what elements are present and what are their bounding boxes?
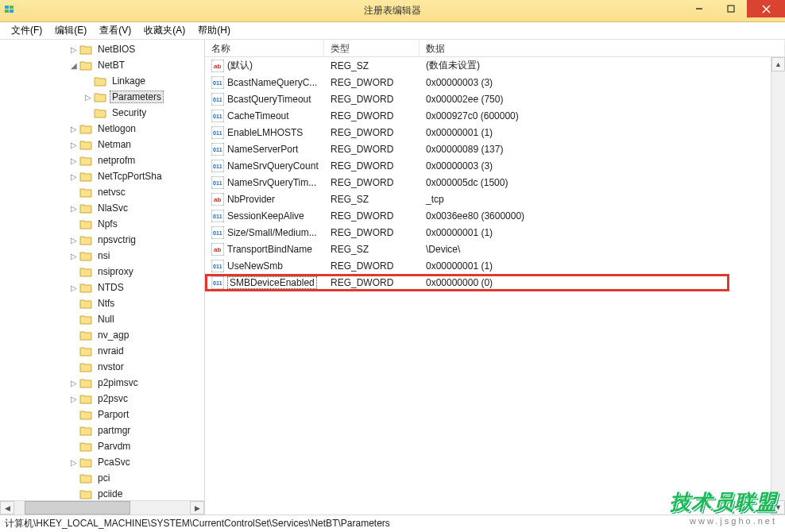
- expand-toggle-icon[interactable]: ▷: [68, 283, 79, 292]
- value-row[interactable]: CacheTimeoutREG_DWORD0x000927c0 (600000): [205, 107, 785, 124]
- tree-node-label[interactable]: Parport: [95, 408, 131, 421]
- expand-toggle-icon[interactable]: ▷: [68, 236, 79, 245]
- tree-node-label[interactable]: Security: [110, 106, 149, 119]
- expand-toggle-icon[interactable]: ▷: [68, 156, 79, 165]
- col-name[interactable]: 名称: [205, 40, 324, 56]
- tree-node-label[interactable]: nsiproxy: [95, 265, 136, 278]
- value-row[interactable]: TransportBindNameREG_SZ\Device\: [205, 241, 785, 257]
- menu-view[interactable]: 查看(V): [93, 22, 137, 39]
- tree-node[interactable]: ▷p2psvc: [0, 391, 204, 407]
- tree-node-label[interactable]: Null: [95, 313, 117, 326]
- tree-node-label[interactable]: Ntfs: [95, 297, 117, 310]
- value-row[interactable]: UseNewSmbREG_DWORD0x00000001 (1): [205, 257, 785, 274]
- tree-node-label[interactable]: netvsc: [95, 186, 128, 199]
- expand-toggle-icon[interactable]: ▷: [68, 125, 79, 133]
- tree-node[interactable]: ·Security: [0, 105, 204, 121]
- tree-node[interactable]: ·Npfs: [0, 216, 204, 232]
- value-row[interactable]: NameServerPortREG_DWORD0x00000089 (137): [205, 141, 785, 157]
- tree-node-label[interactable]: Parameters: [110, 91, 164, 103]
- tree-node[interactable]: ·Null: [0, 311, 204, 327]
- tree-node[interactable]: ▷Netman: [0, 137, 204, 152]
- tree-node[interactable]: ▷npsvctrig: [0, 232, 204, 248]
- tree-node-label[interactable]: Netman: [95, 138, 133, 151]
- tree-node[interactable]: ▷p2pimsvc: [0, 375, 204, 391]
- tree-node-label[interactable]: NlaSvc: [95, 202, 130, 214]
- tree-node[interactable]: ·Linkage: [0, 73, 204, 89]
- value-row[interactable]: BcastNameQueryC...REG_DWORD0x00000003 (3…: [205, 74, 785, 91]
- menu-favorites[interactable]: 收藏夹(A): [137, 22, 191, 39]
- tree-node-label[interactable]: p2psvc: [95, 392, 130, 405]
- tree-node-label[interactable]: PcaSvc: [95, 456, 133, 468]
- value-row[interactable]: BcastQueryTimeoutREG_DWORD0x000002ee (75…: [205, 91, 785, 107]
- tree-node[interactable]: ·nv_agp: [0, 327, 204, 343]
- tree-node-label[interactable]: Parvdm: [95, 440, 133, 453]
- tree-node[interactable]: ▷NlaSvc: [0, 200, 204, 216]
- registry-tree[interactable]: ▷NetBIOS◢NetBT·Linkage▷Parameters·Securi…: [0, 40, 204, 500]
- expand-toggle-icon[interactable]: ▷: [68, 252, 79, 260]
- tree-node[interactable]: ▷NTDS: [0, 279, 204, 295]
- list-vscrollbar[interactable]: ▲ ▼: [771, 57, 785, 515]
- tree-node[interactable]: ·Ntfs: [0, 295, 204, 311]
- tree-node[interactable]: ·Parport: [0, 407, 204, 422]
- tree-node[interactable]: ·netvsc: [0, 184, 204, 200]
- tree-node[interactable]: ▷Netlogon: [0, 121, 204, 137]
- value-row[interactable]: NbProviderREG_SZ_tcp: [205, 191, 785, 207]
- tree-node-label[interactable]: NetBT: [95, 59, 127, 71]
- tree-node-label[interactable]: Npfs: [95, 218, 120, 230]
- tree-node-label[interactable]: nvraid: [95, 345, 126, 357]
- tree-node[interactable]: ▷PcaSvc: [0, 454, 204, 470]
- tree-node-label[interactable]: npsvctrig: [95, 233, 138, 246]
- col-type[interactable]: 类型: [324, 40, 420, 56]
- tree-node-label[interactable]: NTDS: [95, 281, 126, 294]
- value-row[interactable]: EnableLMHOSTSREG_DWORD0x00000001 (1): [205, 124, 785, 141]
- tree-node-label[interactable]: Linkage: [110, 75, 148, 87]
- tree-node[interactable]: ·pci: [0, 470, 204, 486]
- value-row[interactable]: (默认)REG_SZ(数值未设置): [205, 57, 785, 74]
- tree-node[interactable]: ▷NetBIOS: [0, 41, 204, 57]
- tree-node[interactable]: ·nvstor: [0, 359, 204, 375]
- tree-node[interactable]: ·nvraid: [0, 343, 204, 359]
- scroll-up-icon[interactable]: ▲: [771, 57, 785, 71]
- close-button[interactable]: [747, 0, 785, 17]
- tree-node[interactable]: ▷NetTcpPortSha: [0, 168, 204, 184]
- menu-file[interactable]: 文件(F): [5, 22, 48, 39]
- value-row[interactable]: Size/Small/Medium...REG_DWORD0x00000001 …: [205, 224, 785, 241]
- value-row[interactable]: NameSrvQueryTim...REG_DWORD0x000005dc (1…: [205, 174, 785, 191]
- scroll-left-icon[interactable]: ◀: [0, 501, 14, 515]
- maximize-button[interactable]: [715, 0, 747, 17]
- expand-toggle-icon[interactable]: ▷: [68, 395, 79, 403]
- expand-toggle-icon[interactable]: ▷: [68, 141, 79, 149]
- scroll-right-icon[interactable]: ▶: [190, 501, 204, 515]
- expand-toggle-icon[interactable]: ▷: [68, 172, 79, 181]
- scroll-thumb[interactable]: [25, 501, 130, 515]
- tree-node-label[interactable]: NetBIOS: [95, 43, 137, 56]
- expand-toggle-icon[interactable]: ▷: [83, 93, 94, 102]
- tree-node-label[interactable]: partmgr: [95, 424, 133, 437]
- tree-node-label[interactable]: NetTcpPortSha: [95, 170, 164, 183]
- tree-node-label[interactable]: pciide: [95, 488, 125, 500]
- tree-node[interactable]: ▷netprofm: [0, 152, 204, 168]
- tree-node-label[interactable]: nsi: [95, 249, 112, 262]
- value-row[interactable]: NameSrvQueryCountREG_DWORD0x00000003 (3): [205, 157, 785, 174]
- tree-node-label[interactable]: p2pimsvc: [95, 376, 141, 389]
- tree-hscrollbar[interactable]: ◀ ▶: [0, 500, 204, 515]
- menu-edit[interactable]: 编辑(E): [48, 22, 93, 39]
- tree-node[interactable]: ▷nsi: [0, 248, 204, 264]
- tree-node-label[interactable]: nv_agp: [95, 329, 131, 341]
- tree-node[interactable]: ·pciide: [0, 486, 204, 500]
- tree-node[interactable]: ◢NetBT: [0, 57, 204, 73]
- tree-node-label[interactable]: netprofm: [95, 154, 137, 167]
- menu-help[interactable]: 帮助(H): [191, 22, 237, 39]
- expand-toggle-icon[interactable]: ◢: [68, 61, 79, 70]
- expand-toggle-icon[interactable]: ▷: [68, 204, 79, 213]
- value-row[interactable]: SessionKeepAliveREG_DWORD0x0036ee80 (360…: [205, 207, 785, 224]
- tree-node-label[interactable]: pci: [95, 472, 112, 484]
- value-row[interactable]: SMBDeviceEnabledREG_DWORD0x00000000 (0): [205, 274, 785, 291]
- expand-toggle-icon[interactable]: ▷: [68, 458, 79, 467]
- minimize-button[interactable]: [683, 0, 715, 17]
- expand-toggle-icon[interactable]: ▷: [68, 45, 79, 54]
- expand-toggle-icon[interactable]: ▷: [68, 379, 79, 387]
- scroll-down-icon[interactable]: ▼: [771, 500, 785, 515]
- tree-node[interactable]: ·partmgr: [0, 422, 204, 438]
- col-data[interactable]: 数据: [420, 40, 785, 56]
